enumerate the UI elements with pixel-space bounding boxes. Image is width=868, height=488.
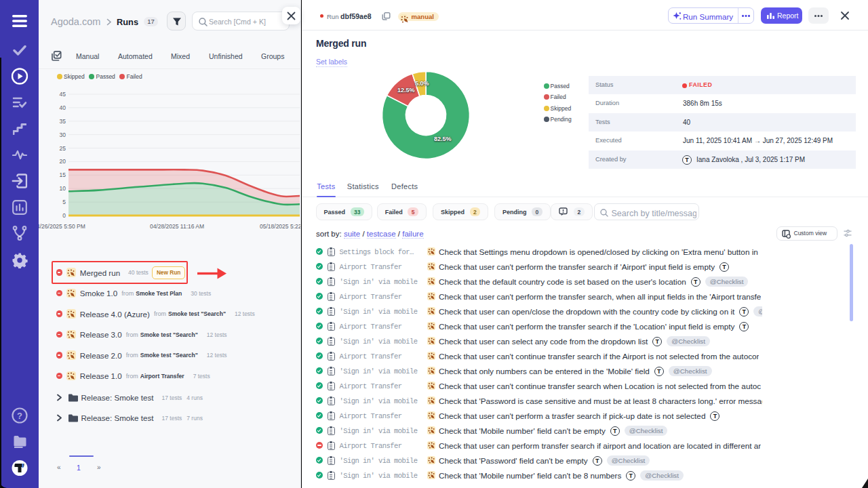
svg-text:15: 15	[60, 171, 66, 178]
svg-text:05/18/2025 5:22 PM: 05/18/2025 5:22 PM	[260, 223, 300, 230]
svg-text:20: 20	[60, 158, 66, 165]
svg-text:40: 40	[60, 104, 66, 111]
svg-text:0: 0	[62, 212, 66, 219]
svg-text:4/26/2025 5:50 PM: 4/26/2025 5:50 PM	[39, 223, 85, 230]
svg-text:?: ?	[17, 411, 22, 421]
svg-text:45: 45	[60, 91, 66, 98]
svg-text:10: 10	[60, 185, 66, 192]
svg-text:30: 30	[60, 131, 66, 138]
svg-text:25: 25	[60, 145, 66, 152]
svg-text:35: 35	[60, 118, 66, 125]
svg-text:5: 5	[62, 199, 66, 205]
svg-text:04/28/2025 11:16 AM: 04/28/2025 11:16 AM	[150, 223, 204, 230]
